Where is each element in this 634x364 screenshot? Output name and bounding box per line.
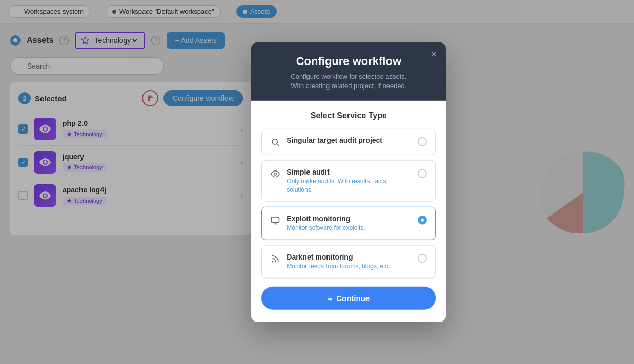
service-option-desc-simple: Only make audits. With results, facts, s… xyxy=(287,177,412,195)
svg-point-11 xyxy=(272,261,273,262)
service-option-desc-darknet: Monitor feeds from forums, blogs, etc. xyxy=(287,262,412,271)
service-radio-simple[interactable] xyxy=(418,169,427,178)
search-icon xyxy=(270,137,280,147)
service-option-content-singular: Singular target audit project xyxy=(287,136,412,145)
service-option-title-singular: Singular target audit project xyxy=(287,136,412,144)
service-option-title-darknet: Darknet monitoring xyxy=(287,253,412,261)
svg-line-6 xyxy=(277,144,279,146)
continue-icon: ≡ xyxy=(328,294,332,303)
service-option-desc-exploit: Monitor software for exploits. xyxy=(287,224,412,232)
modal-subtitle-line1: Configure workflow for selected assets. xyxy=(263,72,434,81)
svg-point-7 xyxy=(274,173,277,175)
modal-header: Configure workflow Configure workflow fo… xyxy=(251,42,446,100)
service-option-content-darknet: Darknet monitoring Monitor feeds from fo… xyxy=(287,253,412,271)
select-service-title: Select Service Type xyxy=(261,111,436,120)
service-option-darknet-monitoring[interactable]: Darknet monitoring Monitor feeds from fo… xyxy=(261,245,436,279)
service-radio-darknet[interactable] xyxy=(418,254,427,263)
service-option-content-simple: Simple audit Only make audits. With resu… xyxy=(287,168,412,195)
close-icon: × xyxy=(431,49,437,60)
monitor-icon xyxy=(270,216,280,226)
service-radio-singular[interactable] xyxy=(418,137,427,146)
service-option-exploit-monitoring[interactable]: Exploit monitoring Monitor software for … xyxy=(261,207,436,240)
service-option-content-exploit: Exploit monitoring Monitor software for … xyxy=(287,215,412,232)
modal-title: Configure workflow xyxy=(263,54,434,68)
modal-close-button[interactable]: × xyxy=(427,48,440,60)
service-option-simple-audit[interactable]: Simple audit Only make audits. With resu… xyxy=(261,160,436,202)
eye-icon xyxy=(270,169,280,179)
modal-body: Select Service Type Singular target audi… xyxy=(251,101,446,322)
continue-label: Continue xyxy=(336,294,370,303)
service-option-title-simple: Simple audit xyxy=(287,168,412,176)
rss-icon xyxy=(270,254,280,264)
configure-workflow-modal: Configure workflow Configure workflow fo… xyxy=(251,42,446,322)
service-option-title-exploit: Exploit monitoring xyxy=(287,215,412,223)
svg-point-5 xyxy=(272,139,278,145)
modal-subtitle-line2: With creating related project, if needed… xyxy=(263,81,434,90)
service-radio-exploit[interactable] xyxy=(418,216,427,225)
continue-button[interactable]: ≡ Continue xyxy=(261,287,436,310)
svg-rect-8 xyxy=(272,217,279,223)
service-option-singular-audit[interactable]: Singular target audit project xyxy=(261,129,436,155)
